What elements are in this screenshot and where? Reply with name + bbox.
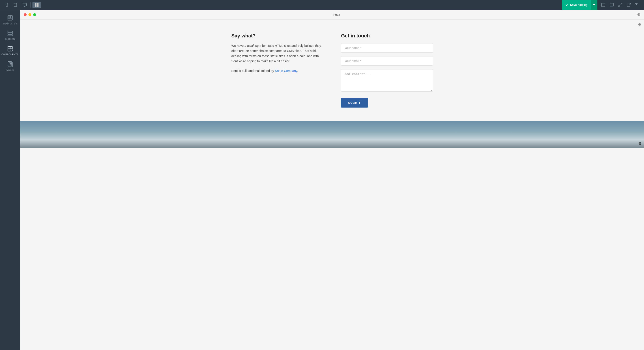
external-link-button[interactable] xyxy=(625,1,633,9)
toolbar-right-icons xyxy=(599,1,641,9)
svg-line-15 xyxy=(621,3,622,5)
sidebar-item-blocks[interactable]: BLOCKS xyxy=(1,28,19,43)
svg-rect-29 xyxy=(10,49,12,51)
desktop-view-button[interactable] xyxy=(20,1,29,9)
right-column: Get in touch SUBMIT xyxy=(341,33,433,108)
comment-textarea[interactable] xyxy=(341,69,433,92)
svg-rect-27 xyxy=(10,47,12,49)
svg-rect-9 xyxy=(35,5,36,7)
svg-rect-13 xyxy=(610,3,614,6)
tablet-view-button[interactable] xyxy=(12,1,20,9)
traffic-light-yellow[interactable] xyxy=(28,13,31,16)
sidebar-item-pages-label: PAGES xyxy=(6,69,14,71)
sidebar-item-templates[interactable]: TEMPLATES xyxy=(1,13,19,27)
svg-rect-8 xyxy=(37,3,38,5)
svg-rect-26 xyxy=(8,47,10,49)
svg-rect-28 xyxy=(8,49,10,51)
traffic-light-red[interactable] xyxy=(24,13,27,16)
device-buttons xyxy=(3,1,29,9)
top-toolbar: Save now (!) xyxy=(0,0,644,10)
svg-rect-7 xyxy=(35,3,36,5)
browser-chrome: index ⚙ xyxy=(20,10,644,20)
left-column-title: Say what? xyxy=(231,33,323,39)
more-options-button[interactable] xyxy=(633,1,641,9)
email-input[interactable] xyxy=(341,56,433,66)
name-input[interactable] xyxy=(341,43,433,53)
svg-rect-0 xyxy=(6,3,8,6)
browser-title: index xyxy=(38,13,635,16)
traffic-light-green[interactable] xyxy=(33,13,36,16)
comment-form-group xyxy=(341,69,433,93)
preview-button[interactable] xyxy=(608,1,616,9)
mobile-view-button[interactable] xyxy=(3,1,11,9)
left-column: Say what? We have a weak spot for static… xyxy=(231,33,323,108)
canvas-area: index ⚙ ⚙ Say what? We have a weak spot … xyxy=(20,10,644,350)
svg-line-16 xyxy=(619,5,620,7)
svg-rect-25 xyxy=(8,35,12,36)
page-content: ⚙ Say what? We have a weak spot for stat… xyxy=(20,20,644,350)
section-settings-gear-icon[interactable]: ⚙ xyxy=(638,22,641,27)
section-grid: Say what? We have a weak spot for static… xyxy=(231,33,433,108)
save-button[interactable]: Save now (!) xyxy=(562,0,591,10)
svg-rect-10 xyxy=(37,5,38,7)
left-column-body: We have a weak spot for static HTML site… xyxy=(231,43,323,64)
right-column-title: Get in touch xyxy=(341,33,433,39)
sidebar-item-templates-label: TEMPLATES xyxy=(3,23,17,25)
sidebar-item-blocks-label: BLOCKS xyxy=(5,38,15,40)
svg-rect-12 xyxy=(602,3,605,7)
toolbar-divider xyxy=(30,2,31,8)
svg-marker-18 xyxy=(635,3,638,5)
frame-view-button[interactable] xyxy=(599,1,607,9)
left-sidebar: TEMPLATES BLOCKS COMPONENTS xyxy=(0,10,20,350)
main-layout: TEMPLATES BLOCKS COMPONENTS xyxy=(0,10,644,350)
svg-line-17 xyxy=(628,3,630,5)
svg-rect-23 xyxy=(8,31,12,33)
left-column-footer: Sent is built and maintained by Some Com… xyxy=(231,68,323,74)
submit-button[interactable]: SUBMIT xyxy=(341,98,368,108)
save-dropdown-button[interactable] xyxy=(591,0,598,10)
svg-rect-4 xyxy=(23,3,27,6)
svg-rect-20 xyxy=(8,16,10,18)
some-company-link[interactable]: Some Company xyxy=(275,69,297,73)
sky-section: ⚙ xyxy=(20,121,644,148)
name-form-group xyxy=(341,43,433,53)
grid-view-button[interactable] xyxy=(32,2,41,8)
svg-rect-24 xyxy=(8,33,12,34)
responsive-button[interactable] xyxy=(616,1,624,9)
sky-section-gear-icon[interactable]: ⚙ xyxy=(638,141,641,146)
email-form-group xyxy=(341,56,433,66)
content-section-contact: ⚙ Say what? We have a weak spot for stat… xyxy=(20,20,644,121)
save-button-label: Save now (!) xyxy=(570,3,587,7)
emphasis-weak: weak xyxy=(247,44,254,48)
sidebar-item-pages[interactable]: PAGES xyxy=(1,59,19,74)
sidebar-item-components[interactable]: COMPONENTS xyxy=(1,44,19,58)
settings-gear-icon[interactable]: ⚙ xyxy=(637,12,640,17)
sidebar-item-components-label: COMPONENTS xyxy=(1,53,18,56)
svg-marker-11 xyxy=(593,4,595,6)
